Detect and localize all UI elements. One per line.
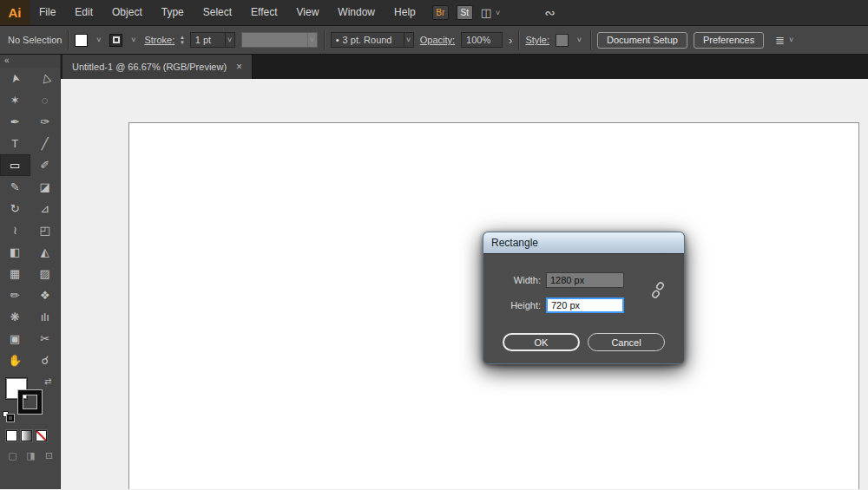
menu-type[interactable]: Type <box>152 0 194 25</box>
tool-icon: ❋ <box>10 310 20 323</box>
mini-stroke <box>7 415 14 421</box>
slice-tool[interactable]: ✂ <box>30 328 61 350</box>
menu-view[interactable]: View <box>287 0 329 25</box>
lasso-tool[interactable]: ◌ <box>30 89 61 111</box>
collapse-panel-icon[interactable]: « <box>4 56 10 65</box>
stroke-color-box[interactable] <box>18 390 42 414</box>
magic-wand-tool[interactable]: ✶ <box>0 89 30 111</box>
menu-window[interactable]: Window <box>328 0 385 25</box>
illustrator-window: Ai FileEditObjectTypeSelectEffectViewWin… <box>0 0 868 490</box>
perspective-grid-tool[interactable]: ◭ <box>30 241 61 263</box>
direct-selection-tool[interactable]: ▷ <box>30 68 61 89</box>
column-graph-tool[interactable]: ılı <box>30 306 61 328</box>
preferences-button[interactable]: Preferences <box>694 32 764 49</box>
type-tool[interactable]: T <box>0 133 30 154</box>
draw-inside-icon[interactable]: ⊡ <box>42 449 56 462</box>
mesh-tool[interactable]: ▦ <box>0 263 30 284</box>
opacity-combo[interactable]: 100% <box>461 32 503 48</box>
tool-icon: ılı <box>41 310 49 323</box>
fill-color-swatch[interactable] <box>75 34 88 47</box>
zoom-tool[interactable]: ☌ <box>30 350 61 371</box>
gradient-tool[interactable]: ▨ <box>30 263 61 284</box>
chevron-down-icon[interactable]: ˅ <box>404 33 413 47</box>
share-icon[interactable]: ∾ <box>544 5 556 21</box>
style-panel-link[interactable]: Style: <box>525 35 549 45</box>
artboard-tool[interactable]: ▣ <box>0 328 30 350</box>
menu-select[interactable]: Select <box>194 0 241 25</box>
menu-edit[interactable]: Edit <box>65 0 102 25</box>
chevron-down-icon[interactable]: ˅ <box>575 36 584 44</box>
shaper-tool[interactable]: ✎ <box>0 176 30 198</box>
canvas[interactable]: Rectangle Width: Height: <box>61 79 868 489</box>
document-tab[interactable]: Untitled-1 @ 66.67% (RGB/Preview) × <box>62 55 253 79</box>
menu-object[interactable]: Object <box>102 0 152 25</box>
bridge-button[interactable]: Br <box>432 5 449 20</box>
pen-tool[interactable]: ✒ <box>0 111 30 133</box>
eraser-tool[interactable]: ◪ <box>30 176 61 198</box>
dialog-title-bar[interactable]: Rectangle <box>483 232 684 254</box>
tool-icon: ✎ <box>10 180 20 193</box>
line-segment-tool[interactable]: ╱ <box>30 133 61 154</box>
color-button[interactable] <box>6 430 17 441</box>
eyedropper-tool[interactable]: ✏ <box>0 284 30 306</box>
curvature-tool[interactable]: ✑ <box>30 111 61 133</box>
symbol-sprayer-tool[interactable]: ❋ <box>0 306 30 328</box>
stroke-weight-stepper[interactable]: ▴ ▾ <box>181 35 184 45</box>
tool-icon: ⊿ <box>40 202 49 215</box>
opacity-panel-link[interactable]: Opacity: <box>420 35 455 45</box>
chevron-down-icon[interactable]: ˅ <box>496 9 500 17</box>
tool-icon: ➤ <box>8 72 23 84</box>
chevron-down-icon[interactable]: ˅ <box>786 36 796 44</box>
align-icon[interactable]: ≣ <box>775 34 785 47</box>
stepper-down-icon[interactable]: ▾ <box>181 40 184 45</box>
separator <box>68 30 69 49</box>
height-input[interactable] <box>546 297 624 313</box>
style-swatch[interactable] <box>556 34 569 47</box>
selection-tool[interactable]: ➤ <box>0 68 30 89</box>
menu-file[interactable]: File <box>30 0 65 25</box>
chevron-down-icon[interactable]: ˅ <box>128 36 138 44</box>
blend-tool[interactable]: ❖ <box>30 284 61 306</box>
constrain-proportions-icon[interactable] <box>651 282 665 303</box>
stroke-weight-combo[interactable]: 1 pt ˅ <box>190 32 235 48</box>
width-input[interactable] <box>546 272 624 288</box>
swap-fill-stroke-icon[interactable]: ⇄ <box>44 376 51 386</box>
width-profile-combo[interactable]: • 3 pt. Round ˅ <box>331 32 414 48</box>
shape-builder-tool[interactable]: ◧ <box>0 241 30 263</box>
paintbrush-tool[interactable]: ✐ <box>30 154 61 176</box>
separator <box>324 30 325 49</box>
default-fill-stroke-icon[interactable] <box>3 411 15 421</box>
chevron-down-icon[interactable]: ˅ <box>225 33 234 47</box>
chevron-down-icon[interactable]: ˅ <box>307 33 317 47</box>
align-options[interactable]: ≣ ˅ <box>775 34 796 47</box>
tool-icon: ✑ <box>40 115 49 128</box>
document-setup-button[interactable]: Document Setup <box>597 32 687 49</box>
ok-button[interactable]: OK <box>503 333 580 351</box>
tool-icon: ✏ <box>10 289 20 302</box>
menu-help[interactable]: Help <box>385 0 425 25</box>
draw-normal-icon[interactable]: ▢ <box>5 449 20 462</box>
arrange-documents-icon[interactable]: ◫ <box>481 6 491 19</box>
cancel-button[interactable]: Cancel <box>588 333 665 351</box>
stroke-panel-link[interactable]: Stroke: <box>144 35 174 45</box>
none-button[interactable] <box>36 430 47 441</box>
tool-icon: ◪ <box>40 180 50 193</box>
brush-definition-combo[interactable]: ˅ <box>241 32 318 48</box>
gradient-button[interactable] <box>21 430 32 441</box>
stock-button[interactable]: St <box>457 5 473 20</box>
dialog-body: Width: Height: <box>483 254 684 363</box>
separator <box>518 30 519 49</box>
rotate-tool[interactable]: ↻ <box>0 198 30 219</box>
stroke-color-swatch[interactable] <box>109 34 122 47</box>
close-tab-icon[interactable]: × <box>236 61 242 73</box>
hand-tool[interactable]: ✋ <box>0 350 30 371</box>
stroke-glyph <box>113 36 120 43</box>
free-transform-tool[interactable]: ◰ <box>30 219 61 241</box>
draw-behind-icon[interactable]: ◨ <box>23 449 38 462</box>
scale-tool[interactable]: ⊿ <box>30 198 61 219</box>
panel-arrow-icon[interactable]: › <box>509 34 512 47</box>
width-tool[interactable]: ≀ <box>0 219 30 241</box>
menu-effect[interactable]: Effect <box>241 0 286 25</box>
rectangle-tool[interactable]: ▭ <box>0 154 30 176</box>
chevron-down-icon[interactable]: ˅ <box>94 36 103 44</box>
